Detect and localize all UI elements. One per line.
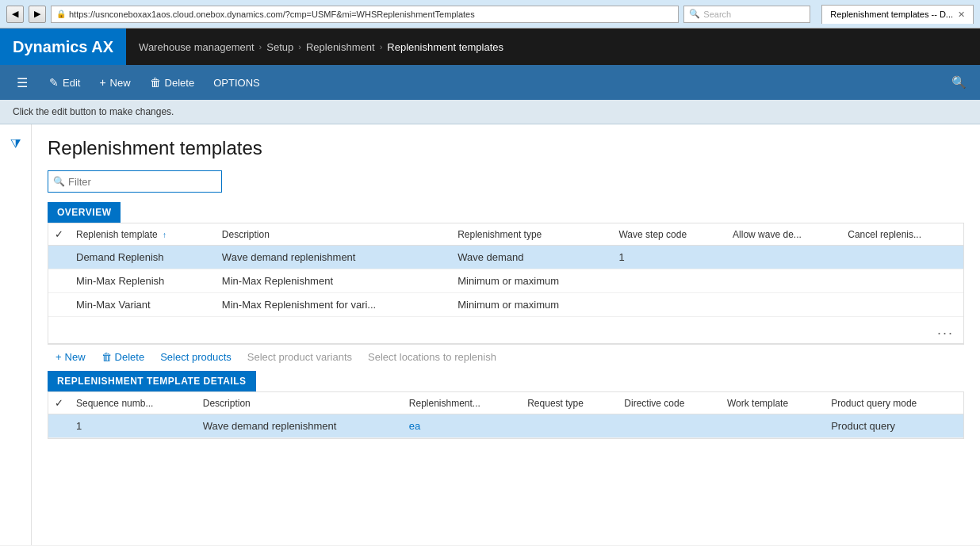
replenishment-link[interactable]: ea	[409, 420, 420, 432]
row-template: Min-Max Variant	[70, 293, 216, 317]
detail-col-work-template[interactable]: Work template	[721, 392, 825, 414]
page-title: Replenishment templates	[48, 137, 964, 159]
browser-chrome: ◀ ▶ 🔒 https://usnconeboxax1aos.cloud.one…	[0, 0, 980, 29]
info-bar: Click the edit button to make changes.	[0, 100, 980, 124]
app-header: Dynamics AX Warehouse management › Setup…	[0, 29, 980, 65]
bottom-delete-label: Delete	[115, 351, 145, 363]
hamburger-button[interactable]: ☰	[10, 70, 35, 95]
detail-row-request	[521, 414, 618, 438]
info-message: Click the edit button to make changes.	[13, 106, 174, 117]
col-wave-step[interactable]: Wave step code	[612, 223, 726, 246]
url-text: https://usnconeboxax1aos.cloud.onebox.dy…	[69, 10, 475, 19]
detail-row-directive	[618, 414, 721, 438]
overview-table-container: ✓ Replenish template ↑ Description Reple…	[48, 223, 964, 344]
overview-table-row[interactable]: Demand Replenish Wave demand replenishme…	[48, 246, 963, 269]
overview-section: OVERVIEW ✓ Replenish template ↑ Descript…	[48, 202, 964, 344]
delete-button[interactable]: 🗑 Delete	[142, 70, 203, 95]
browser-tab[interactable]: Replenishment templates -- D... ✕	[821, 5, 974, 24]
col-type[interactable]: Replenishment type	[451, 223, 612, 246]
details-table: ✓ Sequence numb... Description Replenish…	[48, 392, 963, 438]
breadcrumb-replenishment[interactable]: Replenishment	[306, 41, 375, 53]
details-section: REPLENISHMENT TEMPLATE DETAILS ✓ Sequenc…	[48, 371, 964, 439]
toolbar: ☰ ✎ Edit + New 🗑 Delete OPTIONS 🔍	[0, 65, 980, 100]
browser-search[interactable]: 🔍 Search	[683, 6, 810, 23]
new-button[interactable]: + New	[91, 70, 138, 95]
details-header-row: ✓ Sequence numb... Description Replenish…	[48, 392, 963, 414]
lock-icon: 🔒	[56, 10, 66, 18]
detail-col-replenishment[interactable]: Replenishment...	[403, 392, 521, 414]
detail-col-directive[interactable]: Directive code	[618, 392, 721, 414]
back-button[interactable]: ◀	[6, 6, 24, 23]
search-placeholder: Search	[703, 10, 731, 19]
row-type: Wave demand	[451, 246, 612, 269]
detail-row-check	[48, 414, 70, 438]
detail-col-sequence[interactable]: Sequence numb...	[70, 392, 197, 414]
filter-search-icon: 🔍	[53, 176, 65, 187]
overview-table-row[interactable]: Min-Max Variant Min-Max Replenishment fo…	[48, 293, 963, 317]
bottom-new-label: New	[65, 351, 86, 363]
row-description: Min-Max Replenishment for vari...	[216, 293, 451, 317]
col-description[interactable]: Description	[216, 223, 451, 246]
row-cancel	[841, 269, 963, 293]
select-variants-label: Select product variants	[247, 351, 352, 363]
row-wave-step	[612, 269, 726, 293]
breadcrumb-sep-2: ›	[298, 42, 301, 52]
details-header: REPLENISHMENT TEMPLATE DETAILS	[48, 371, 256, 391]
forward-button[interactable]: ▶	[29, 6, 46, 23]
bottom-new-button[interactable]: + New	[48, 351, 94, 363]
sort-indicator: ↑	[163, 231, 167, 239]
filter-input-wrapper[interactable]: 🔍	[48, 170, 222, 193]
bottom-delete-button[interactable]: 🗑 Delete	[94, 351, 153, 363]
col-check: ✓	[48, 223, 70, 246]
delete-icon: 🗑	[150, 76, 161, 89]
breadcrumb-sep-1: ›	[259, 42, 262, 52]
row-check	[48, 246, 70, 269]
row-type: Minimum or maximum	[451, 293, 612, 317]
toolbar-search-button[interactable]: 🔍	[947, 71, 970, 94]
col-cancel[interactable]: Cancel replenis...	[841, 223, 963, 246]
close-tab-icon[interactable]: ✕	[958, 10, 965, 20]
row-wave-step	[612, 293, 726, 317]
tab-label: Replenishment templates -- D...	[830, 10, 953, 19]
detail-col-request[interactable]: Request type	[521, 392, 618, 414]
detail-row-work-template	[721, 414, 825, 438]
delete-label: Delete	[165, 77, 195, 89]
filter-input[interactable]	[68, 176, 216, 188]
overview-table: ✓ Replenish template ↑ Description Reple…	[48, 223, 963, 317]
breadcrumb-setup[interactable]: Setup	[266, 41, 293, 53]
overview-header: OVERVIEW	[48, 202, 121, 223]
detail-col-product-query[interactable]: Product query mode	[825, 392, 963, 414]
col-template[interactable]: Replenish template ↑	[70, 223, 216, 246]
select-products-button[interactable]: Select products	[152, 351, 239, 363]
edit-button[interactable]: ✎ Edit	[41, 70, 88, 95]
row-wave-step: 1	[612, 246, 726, 269]
select-products-label: Select products	[160, 351, 232, 363]
bottom-delete-icon: 🗑	[101, 351, 112, 363]
new-icon: +	[99, 76, 105, 89]
overview-table-row[interactable]: Min-Max Replenish Min-Max Replenishment …	[48, 269, 963, 293]
more-options[interactable]: ...	[48, 317, 963, 343]
details-table-row[interactable]: 1 Wave demand replenishment ea Product q…	[48, 414, 963, 438]
row-check	[48, 269, 70, 293]
row-cancel	[841, 246, 963, 269]
search-icon: 🔍	[689, 9, 700, 19]
main-content: ⧩ Replenishment templates 🔍 OVERVIEW ✓	[0, 124, 980, 545]
row-description: Min-Max Replenishment	[216, 269, 451, 293]
row-allow-wave	[726, 269, 841, 293]
details-table-container: ✓ Sequence numb... Description Replenish…	[48, 391, 964, 439]
options-button[interactable]: OPTIONS	[205, 77, 268, 89]
sidebar-filter: ⧩	[0, 124, 32, 545]
breadcrumb: Warehouse management › Setup › Replenish…	[126, 41, 516, 53]
breadcrumb-warehouse[interactable]: Warehouse management	[139, 41, 255, 53]
bottom-toolbar: + New 🗑 Delete Select products Select pr…	[48, 344, 964, 368]
breadcrumb-sep-3: ›	[380, 42, 383, 52]
col-allow-wave[interactable]: Allow wave de...	[726, 223, 841, 246]
url-bar[interactable]: 🔒 https://usnconeboxax1aos.cloud.onebox.…	[51, 6, 679, 23]
app-logo: Dynamics AX	[0, 29, 126, 65]
detail-row-replenishment: ea	[403, 414, 521, 438]
detail-row-sequence: 1	[70, 414, 197, 438]
filter-icon[interactable]: ⧩	[10, 137, 21, 151]
detail-col-description[interactable]: Description	[197, 392, 403, 414]
content-area: Replenishment templates 🔍 OVERVIEW ✓ Rep…	[32, 124, 980, 545]
row-cancel	[841, 293, 963, 317]
